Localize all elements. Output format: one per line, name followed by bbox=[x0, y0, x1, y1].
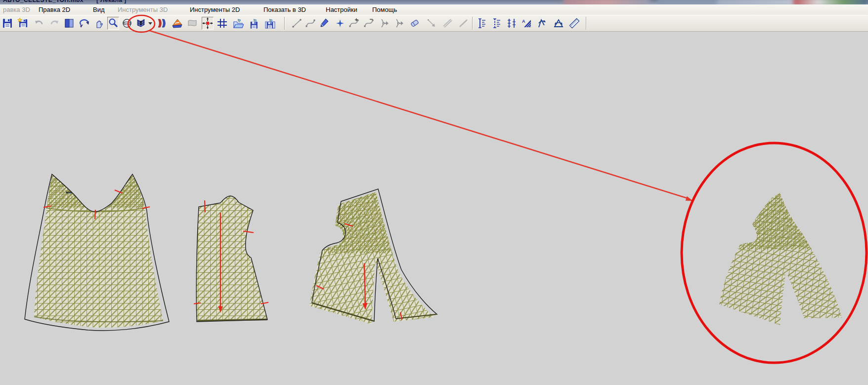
pencil-icon bbox=[319, 17, 330, 29]
toolbar-separator bbox=[586, 17, 587, 30]
fabric-icon bbox=[156, 17, 167, 29]
measure-dashed-button[interactable] bbox=[491, 17, 503, 30]
menu-bar: равка 3DПравка 2DВидИнструменты 3DИнстру… bbox=[0, 4, 868, 15]
eraser-icon bbox=[409, 17, 420, 29]
line-tool-button[interactable] bbox=[291, 17, 303, 30]
wedge-button[interactable] bbox=[171, 17, 183, 30]
menu-item-7[interactable]: Помощь bbox=[370, 4, 399, 15]
menu-item-2[interactable]: Вид bbox=[91, 4, 107, 15]
folder-tp-icon: tp bbox=[233, 17, 244, 29]
grid-button[interactable] bbox=[216, 17, 228, 30]
point-tool-button[interactable] bbox=[334, 17, 346, 30]
svg-text:A: A bbox=[522, 19, 525, 24]
piece-side-panel[interactable] bbox=[309, 187, 437, 324]
piece-extracted-side-panel[interactable] bbox=[719, 191, 842, 325]
piece-front-panel[interactable]: мм bbox=[25, 172, 169, 331]
curve-plus-icon bbox=[348, 17, 359, 29]
measure-dash-icon bbox=[491, 17, 502, 29]
save-tp-button[interactable]: tp bbox=[249, 17, 260, 30]
merge-curve-button[interactable] bbox=[393, 17, 405, 30]
open-tp-button[interactable]: tp bbox=[232, 17, 244, 30]
measure-icon bbox=[477, 17, 487, 29]
hand-icon bbox=[93, 17, 104, 29]
toolbar: tptptpA bbox=[0, 15, 868, 32]
thin-line-icon bbox=[458, 17, 469, 29]
app-window: { "window": { "title": "АВТО_CELESTE_ТОП… bbox=[0, 0, 868, 385]
redo-icon bbox=[49, 17, 60, 29]
undo-button[interactable] bbox=[33, 17, 45, 30]
angle-icon bbox=[537, 17, 548, 29]
merge-curve-icon bbox=[394, 17, 405, 29]
area-triangle-icon: A bbox=[521, 17, 532, 29]
angle-button[interactable] bbox=[536, 17, 548, 30]
pan-button[interactable] bbox=[93, 17, 105, 30]
split-curve-button[interactable] bbox=[379, 17, 391, 30]
remove-point-button[interactable] bbox=[363, 17, 375, 30]
move-button[interactable] bbox=[202, 17, 214, 30]
globe-icon bbox=[122, 17, 132, 29]
add-point-button[interactable] bbox=[348, 17, 360, 30]
export-tp-button[interactable]: tp bbox=[264, 17, 276, 30]
rotate-view-button[interactable] bbox=[79, 17, 90, 30]
mode-badge: [ Лекала ] bbox=[96, 0, 127, 3]
redo-button[interactable] bbox=[48, 17, 60, 30]
pencil-tool-button[interactable] bbox=[318, 17, 330, 30]
wallpaper-blur bbox=[717, 0, 796, 4]
zoom-button[interactable] bbox=[107, 17, 119, 30]
curve-tool-button[interactable] bbox=[304, 17, 316, 30]
angle-arc-icon bbox=[553, 17, 564, 29]
caret-down-icon bbox=[145, 17, 156, 29]
split-view-button[interactable] bbox=[63, 17, 75, 30]
menu-item-1[interactable]: Правка 2D bbox=[37, 4, 72, 15]
toolbar-separator bbox=[284, 17, 285, 30]
floppy-box-tp-icon: tp bbox=[265, 17, 276, 29]
title-bar: АВТО_CELESTE_ТОП.mbx[ Лекала ] bbox=[0, 0, 868, 4]
menu-item-5[interactable]: Показать в 3D bbox=[261, 4, 308, 15]
menu-item-6[interactable]: Настройки bbox=[324, 4, 359, 15]
piece-back-panel[interactable] bbox=[194, 196, 268, 322]
thick-line-button[interactable] bbox=[441, 17, 453, 30]
move-cross-icon bbox=[202, 17, 213, 29]
mesh-tool-dropdown[interactable] bbox=[147, 17, 153, 30]
curve-minus-icon bbox=[363, 17, 374, 29]
wallpaper-blur bbox=[564, 0, 650, 4]
toolbar-separator bbox=[472, 17, 473, 30]
window-title: АВТО_CELESTE_ТОП.mbx[ Лекала ] bbox=[3, 0, 127, 3]
split-view-icon bbox=[64, 17, 75, 29]
select-arrow-button[interactable] bbox=[425, 17, 437, 30]
save-project-button[interactable] bbox=[17, 17, 29, 30]
split-curve-icon bbox=[379, 17, 390, 29]
area-button[interactable]: A bbox=[521, 17, 532, 30]
point-icon bbox=[335, 17, 346, 29]
measure-double-button[interactable] bbox=[506, 17, 518, 30]
wallpaper-blur bbox=[793, 0, 868, 4]
menu-item-3: Инструменты 3D bbox=[116, 4, 170, 15]
save-button[interactable] bbox=[1, 17, 13, 30]
menu-item-4[interactable]: Инструменты 2D bbox=[188, 4, 242, 15]
thick-line-icon bbox=[442, 17, 453, 29]
grid-icon bbox=[217, 17, 227, 29]
curve-tool-icon bbox=[305, 17, 316, 29]
ruler-button[interactable] bbox=[568, 17, 580, 30]
undo-icon bbox=[34, 17, 44, 29]
line-tool-icon bbox=[291, 17, 302, 29]
rotate-icon bbox=[79, 17, 90, 29]
menu-item-0: равка 3D bbox=[1, 4, 32, 15]
ruler-icon bbox=[569, 17, 580, 29]
measure-length-button[interactable] bbox=[476, 17, 488, 30]
gray-flag-icon bbox=[187, 17, 198, 29]
wedge-icon bbox=[172, 17, 182, 29]
pattern-canvas[interactable]: мм bbox=[0, 0, 868, 385]
gray-arrow-icon bbox=[426, 17, 436, 29]
measure-double-icon bbox=[506, 17, 517, 29]
eraser-button[interactable] bbox=[409, 17, 421, 30]
flag-button[interactable] bbox=[186, 17, 198, 30]
angle-arc-button[interactable] bbox=[553, 17, 564, 30]
thin-line-button[interactable] bbox=[457, 17, 469, 30]
sphere-view-button[interactable] bbox=[121, 17, 133, 30]
floppy-tp-icon: tp bbox=[249, 17, 260, 29]
fabric-button[interactable] bbox=[156, 17, 168, 30]
floppy-icon bbox=[2, 17, 13, 29]
piece-label: мм bbox=[66, 190, 72, 194]
wallpaper-blur bbox=[657, 0, 717, 4]
